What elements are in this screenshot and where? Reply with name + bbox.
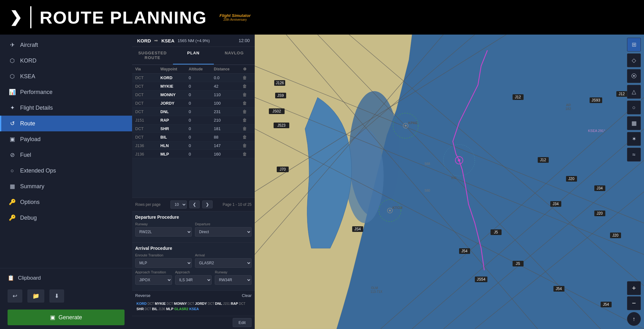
delete-waypoint-button[interactable]: 🗑 bbox=[239, 118, 250, 123]
sidebar-item-ksea[interactable]: ⬡ KSEA bbox=[0, 69, 132, 84]
main-container: ✈ Aircraft ⬡ KORD ⬡ KSEA 📊 Performance ✦… bbox=[0, 35, 644, 329]
svg-text:JS9: JS9 bbox=[277, 93, 284, 98]
page-info: Page 1 - 10 of 25 bbox=[223, 202, 252, 207]
arrival-row2: Approach Transition JIPOX Approach ILS 3… bbox=[135, 270, 252, 285]
svg-text:J5: J5 bbox=[494, 230, 498, 234]
delete-waypoint-button[interactable]: 🗑 bbox=[239, 151, 250, 156]
undo-button[interactable]: ↩ bbox=[8, 289, 22, 303]
delete-waypoint-button[interactable]: 🗑 bbox=[239, 126, 250, 131]
cell-distance: 100 bbox=[214, 101, 239, 106]
map-grid-btn[interactable]: ▦ bbox=[627, 116, 641, 130]
route-string-procedure: GLASR2 bbox=[173, 307, 189, 311]
enroute-trans-select[interactable]: MLP bbox=[135, 258, 192, 268]
delete-waypoint-button[interactable]: 🗑 bbox=[239, 75, 250, 80]
folder-button[interactable]: 📁 bbox=[27, 289, 44, 303]
delete-waypoint-button[interactable]: 🗑 bbox=[239, 84, 250, 89]
cell-via: J136 bbox=[135, 152, 160, 156]
map-triangle-btn[interactable]: △ bbox=[627, 85, 641, 99]
delete-waypoint-button[interactable]: 🗑 bbox=[239, 92, 250, 97]
clear-button[interactable]: Clear bbox=[242, 293, 252, 298]
map-circle-btn[interactable]: ○ bbox=[627, 101, 641, 114]
sidebar-item-extended-ops[interactable]: ○ Extended Ops bbox=[0, 163, 132, 178]
delete-waypoint-button[interactable]: 🗑 bbox=[239, 143, 250, 148]
cell-waypoint: MLP bbox=[160, 152, 189, 156]
table-row[interactable]: DCT BIL 0 88 🗑 bbox=[132, 133, 255, 141]
generate-icon: ▣ bbox=[50, 314, 55, 321]
arrival-runway-select[interactable]: RW34R bbox=[215, 275, 252, 285]
approach-select[interactable]: ILS 34R bbox=[175, 275, 212, 285]
map-settings2-btn[interactable]: ✶ bbox=[627, 132, 641, 146]
map-wind-btn[interactable]: ≈ bbox=[627, 148, 641, 162]
sidebar-item-payload[interactable]: ▣ Payload bbox=[0, 131, 132, 147]
sidebar-label-performance: Performance bbox=[20, 89, 53, 96]
sidebar-item-fuel[interactable]: ⊘ Fuel bbox=[0, 147, 132, 163]
edit-btn-bar: Edit bbox=[132, 316, 255, 329]
svg-text:J54: J54 bbox=[603, 302, 609, 307]
map-zoom-buttons: + − bbox=[627, 281, 641, 310]
zoom-out-button[interactable]: − bbox=[627, 296, 641, 310]
sidebar-label-options: Options bbox=[20, 199, 40, 206]
sidebar-item-performance[interactable]: 📊 Performance bbox=[0, 84, 132, 100]
departure-row: Runway RW22L Departure Direct bbox=[135, 222, 252, 237]
cell-altitude: 0 bbox=[189, 126, 214, 131]
prev-page-button[interactable]: ❮ bbox=[189, 200, 200, 208]
chevron-icon: ❯ bbox=[9, 10, 22, 25]
route-string-via: DCT bbox=[166, 302, 174, 305]
table-row[interactable]: DCT SHR 0 181 🗑 bbox=[132, 124, 255, 133]
rows-per-page-select[interactable]: 102050 bbox=[170, 200, 187, 209]
table-row[interactable]: J151 RAP 0 210 🗑 bbox=[132, 116, 255, 124]
approach-trans-select[interactable]: JIPOX bbox=[135, 275, 172, 285]
route-string-via: J151 bbox=[222, 302, 230, 305]
table-row[interactable]: DCT MYKIE 0 42 🗑 bbox=[132, 82, 255, 90]
clipboard-icon: 📋 bbox=[8, 275, 14, 281]
zoom-in-button[interactable]: + bbox=[627, 281, 641, 295]
table-row[interactable]: DCT JORDY 0 100 🗑 bbox=[132, 99, 255, 107]
sidebar-item-aircraft[interactable]: ✈ Aircraft bbox=[0, 37, 132, 53]
table-row[interactable]: J136 MLP 0 160 🗑 bbox=[132, 150, 255, 158]
departure-runway-select[interactable]: RW22L bbox=[135, 227, 192, 237]
sidebar: ✈ Aircraft ⬡ KORD ⬡ KSEA 📊 Performance ✦… bbox=[0, 35, 132, 329]
map-layers-btn[interactable]: ⊞ bbox=[627, 38, 641, 52]
route-time: 12:00 bbox=[239, 38, 250, 43]
departure-procedure-select[interactable]: Direct bbox=[195, 227, 252, 237]
pagination-bar: Rows per page 102050 ❮ ❯ Page 1 - 10 of … bbox=[132, 198, 255, 211]
cell-altitude: 0 bbox=[189, 152, 214, 156]
clipboard-item[interactable]: 📋 Clipboard bbox=[8, 272, 125, 284]
tab-plan[interactable]: PLAN bbox=[173, 47, 214, 64]
generate-button[interactable]: ▣ Generate bbox=[8, 310, 125, 325]
sidebar-item-route[interactable]: ↺ Route bbox=[0, 116, 132, 131]
delete-waypoint-button[interactable]: 🗑 bbox=[239, 134, 250, 140]
delete-waypoint-button[interactable]: 🗑 bbox=[239, 109, 250, 114]
map-clock-btn[interactable]: ⦿ bbox=[627, 69, 641, 83]
table-row[interactable]: DCT KORD 0 0.0 🗑 bbox=[132, 74, 255, 82]
enroute-trans-label: Enroute Transition bbox=[135, 253, 192, 257]
sidebar-icon-performance: 📊 bbox=[9, 89, 16, 96]
arrival-select[interactable]: GLASR2 bbox=[195, 258, 252, 268]
sidebar-icon-flight-details: ✦ bbox=[9, 104, 16, 111]
cell-distance: 88 bbox=[214, 135, 239, 140]
svg-text:J54: J54 bbox=[556, 287, 562, 291]
map-diamond-btn[interactable]: ◇ bbox=[627, 53, 641, 67]
sidebar-item-flight-details[interactable]: ✦ Flight Details bbox=[0, 100, 132, 116]
svg-text:830: 830 bbox=[451, 176, 457, 180]
next-page-button[interactable]: ❯ bbox=[202, 200, 213, 208]
cell-altitude: 0 bbox=[189, 84, 214, 89]
download-button[interactable]: ⬇ bbox=[49, 289, 64, 303]
sidebar-item-summary[interactable]: ▦ Summary bbox=[0, 178, 132, 194]
cell-via: DCT bbox=[135, 84, 160, 89]
tab-suggested[interactable]: SUGGESTED ROUTE bbox=[132, 47, 173, 64]
table-row[interactable]: DCT DNL 0 231 🗑 bbox=[132, 107, 255, 116]
sidebar-item-kord[interactable]: ⬡ KORD bbox=[0, 53, 132, 69]
tab-navlog[interactable]: NAVLOG bbox=[214, 47, 255, 64]
reverse-button[interactable]: Reverse bbox=[135, 293, 150, 298]
delete-waypoint-button[interactable]: 🗑 bbox=[239, 101, 250, 106]
sidebar-item-debug[interactable]: 🔑 Debug bbox=[0, 210, 132, 226]
sidebar-item-options[interactable]: 🔑 Options bbox=[0, 194, 132, 210]
edit-button[interactable]: Edit bbox=[233, 318, 252, 327]
sidebar-icon-payload: ▣ bbox=[9, 136, 16, 143]
table-row[interactable]: DCT MONNY 0 110 🗑 bbox=[132, 90, 255, 99]
approach-trans-label: Approach Transition bbox=[135, 270, 172, 274]
table-row[interactable]: J136 HLN 0 147 🗑 bbox=[132, 141, 255, 150]
compass-button[interactable]: ↑ bbox=[627, 312, 641, 326]
svg-text:J34: J34 bbox=[552, 202, 559, 206]
